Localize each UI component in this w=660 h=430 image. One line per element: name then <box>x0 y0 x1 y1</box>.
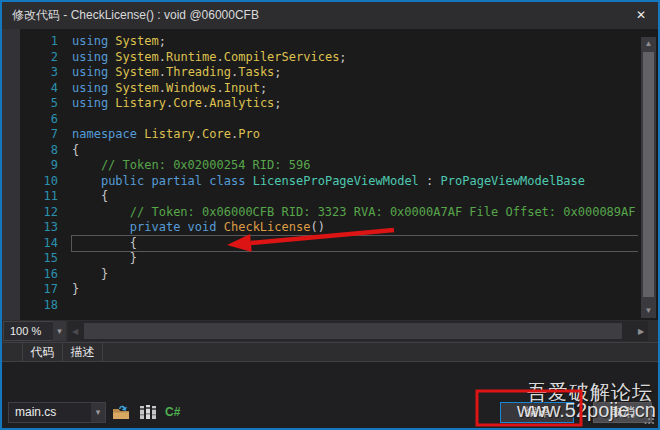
code-text <box>72 112 638 128</box>
edit-code-dialog: 修改代码 - CheckLicense() : void @06000CFB ✕… <box>0 0 660 430</box>
code-line: 9 // Token: 0x02000254 RID: 596 <box>20 158 638 174</box>
code-line: 13 private void CheckLicense() <box>20 220 638 236</box>
editor-status-row: 100 % ▾ ◀ ▶ <box>2 320 658 342</box>
horizontal-scrollbar[interactable]: ◀ ▶ <box>68 321 648 341</box>
tab-description[interactable]: 描述 <box>63 343 103 361</box>
code-line: 15 } <box>20 251 638 267</box>
code-editor[interactable]: 1using System;2using System.Runtime.Comp… <box>2 29 658 320</box>
vertical-scroll-track[interactable] <box>641 51 656 304</box>
code-line: 17} <box>20 282 638 298</box>
watermark-line2: www.52pojie.cn <box>517 399 656 422</box>
code-line: 1using System; <box>20 34 638 50</box>
code-line: 18 <box>20 298 638 314</box>
zoom-level-select[interactable]: 100 % <box>3 321 59 341</box>
line-number: 11 <box>20 189 72 205</box>
dialog-title: 修改代码 - CheckLicense() : void @06000CFB <box>12 2 259 29</box>
code-text: } <box>72 267 638 283</box>
zoom-dropdown-icon[interactable]: ▾ <box>53 321 66 341</box>
code-text: using System.Threading.Tasks; <box>72 65 638 81</box>
line-number: 2 <box>20 50 72 66</box>
code-text: using System.Windows.Input; <box>72 81 638 97</box>
code-text <box>72 298 638 314</box>
close-icon[interactable]: ✕ <box>628 3 654 28</box>
line-number: 3 <box>20 65 72 81</box>
code-line: 4using System.Windows.Input; <box>20 81 638 97</box>
line-number: 16 <box>20 267 72 283</box>
code-line: 6 <box>20 112 638 128</box>
code-line: 2using System.Runtime.CompilerServices; <box>20 50 638 66</box>
file-select-dropdown-icon: ▾ <box>91 403 105 422</box>
code-text: using System; <box>72 34 638 50</box>
line-number: 10 <box>20 174 72 190</box>
code-text: private void CheckLicense() <box>72 220 638 236</box>
code-line: 3using System.Threading.Tasks; <box>20 65 638 81</box>
line-number: 14 <box>20 236 72 252</box>
title-bar[interactable]: 修改代码 - CheckLicense() : void @06000CFB ✕ <box>2 2 658 29</box>
tabstrip-lead-cell <box>2 343 23 361</box>
code-text: // Token: 0x02000254 RID: 596 <box>72 158 638 174</box>
line-number: 17 <box>20 282 72 298</box>
vertical-scroll-thumb[interactable] <box>643 52 654 297</box>
code-text: } <box>72 282 638 298</box>
csharp-file-icon: C# <box>165 403 180 421</box>
vertical-scrollbar[interactable]: ▲ ▼ <box>641 37 656 318</box>
editor-glyph-margin <box>2 29 20 320</box>
file-select-value: main.cs <box>9 403 91 422</box>
tab-code[interactable]: 代码 <box>23 343 63 361</box>
line-number: 7 <box>20 127 72 143</box>
code-line: 12 // Token: 0x06000CFB RID: 3323 RVA: 0… <box>20 205 638 221</box>
line-number: 12 <box>20 205 72 221</box>
code-line: 5using Listary.Core.Analytics; <box>20 96 638 112</box>
code-line: 10 public partial class LicenseProPageVi… <box>20 174 638 190</box>
code-text: } <box>72 251 638 267</box>
line-number: 6 <box>20 112 72 128</box>
code-text: namespace Listary.Core.Pro <box>72 127 638 143</box>
code-text: // Token: 0x06000CFB RID: 3323 RVA: 0x00… <box>72 205 638 221</box>
add-assembly-reference-button[interactable] <box>139 403 159 421</box>
line-number: 8 <box>20 143 72 159</box>
code-text: using System.Runtime.CompilerServices; <box>72 50 638 66</box>
line-number: 9 <box>20 158 72 174</box>
add-document-button[interactable] <box>112 403 132 421</box>
scroll-right-icon[interactable]: ▶ <box>634 327 648 336</box>
code-line: 7namespace Listary.Core.Pro <box>20 127 638 143</box>
folder-open-icon <box>112 403 132 421</box>
line-number: 1 <box>20 34 72 50</box>
scroll-up-icon[interactable]: ▲ <box>641 37 656 51</box>
code-text: { <box>72 189 638 205</box>
code-text: { <box>72 143 638 159</box>
line-number: 5 <box>20 96 72 112</box>
code-text: public partial class LicenseProPageViewM… <box>72 174 638 190</box>
code-lines: 1using System;2using System.Runtime.Comp… <box>20 34 638 320</box>
code-line: 16 } <box>20 267 638 283</box>
line-number: 13 <box>20 220 72 236</box>
code-text: using Listary.Core.Analytics; <box>72 96 638 112</box>
line-number: 18 <box>20 298 72 314</box>
code-line: 14 { <box>20 236 638 252</box>
file-select[interactable]: main.cs ▾ <box>8 402 106 423</box>
scroll-left-icon[interactable]: ◀ <box>68 327 82 336</box>
line-number: 4 <box>20 81 72 97</box>
current-line-highlight: { <box>72 236 638 252</box>
bottom-tabstrip: 代码 描述 <box>2 342 658 362</box>
code-line: 8{ <box>20 143 638 159</box>
scroll-down-icon[interactable]: ▼ <box>641 304 656 318</box>
books-icon <box>139 403 157 421</box>
horizontal-scroll-thumb[interactable] <box>84 323 622 339</box>
code-line: 11 { <box>20 189 638 205</box>
line-number: 15 <box>20 251 72 267</box>
